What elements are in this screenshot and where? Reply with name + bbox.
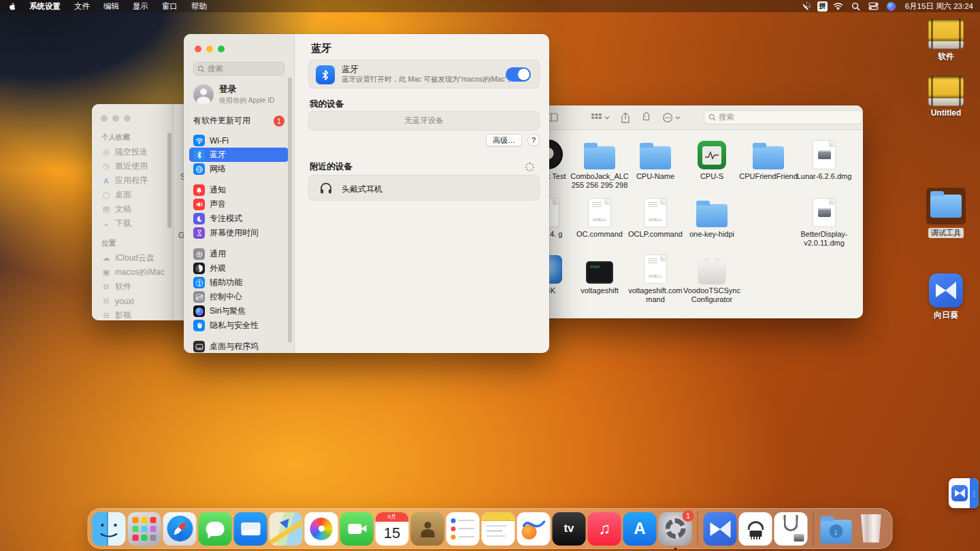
nav-sound[interactable]: 声音	[189, 197, 289, 212]
file-oc-command[interactable]: SHELL OC.command	[570, 196, 629, 239]
wifi-menu-icon[interactable]	[832, 1, 845, 12]
sidebar-item-drive-youxi[interactable]: ⊟youxi	[92, 294, 173, 308]
dock-diagnostics-app[interactable]	[774, 512, 808, 546]
minimize-button-inactive[interactable]	[112, 115, 119, 122]
file-one-key-hidpi-folder[interactable]: one-key-hidpi	[683, 196, 741, 239]
nav-accessibility[interactable]: 辅助功能	[189, 276, 289, 290]
close-button[interactable]	[195, 46, 201, 52]
file-voltageshift-command[interactable]: SHELL voltageshift.command	[626, 252, 685, 304]
sidebar-item-drive-media[interactable]: ⊟影视	[92, 308, 173, 320]
dock-launchpad[interactable]	[128, 512, 161, 546]
file-cpu-name-folder[interactable]: CPU-Name	[626, 138, 685, 181]
dock-hackintool[interactable]	[739, 512, 772, 546]
nav-network[interactable]: 网络	[189, 162, 289, 176]
dock-contacts[interactable]	[411, 512, 444, 546]
zoom-button[interactable]	[218, 46, 225, 52]
tag-button[interactable]	[641, 112, 651, 122]
sidebar-scrollbar[interactable]	[167, 133, 172, 228]
nav-focus[interactable]: 专注模式	[189, 212, 289, 226]
desktop-icon-software-drive[interactable]: 软件	[920, 19, 972, 63]
spotlight-icon[interactable]	[849, 1, 863, 12]
bluetooth-toggle[interactable]	[506, 67, 531, 82]
dock-maps[interactable]	[270, 512, 303, 546]
sidebar-item-drive-software[interactable]: ⊟软件	[92, 280, 173, 294]
active-app-menu[interactable]: 系统设置	[22, 1, 67, 12]
nav-general[interactable]: 通用	[189, 247, 289, 261]
sidebar-item-downloads[interactable]: ◒下载	[92, 216, 173, 231]
desktop-icon-sunlogin-app[interactable]: 向日葵	[920, 273, 972, 321]
dock-reminders[interactable]	[446, 512, 480, 546]
control-center-icon[interactable]	[867, 1, 881, 12]
file-voodootscsync[interactable]: VoodooTSCSync Configurator	[683, 252, 741, 304]
sidebar-item-recents[interactable]: ◷最近使用	[92, 159, 173, 173]
sidebar-item-airdrop[interactable]: ◎隔空投送	[92, 145, 173, 159]
sidebar-item-applications[interactable]: A应用程序	[92, 173, 173, 188]
dock-photos[interactable]	[305, 512, 338, 546]
software-update-row[interactable]: 有软件更新可用 1	[193, 115, 284, 127]
menu-edit[interactable]: 编辑	[97, 1, 126, 12]
nav-bluetooth[interactable]: 蓝牙	[189, 148, 289, 162]
dock-mail[interactable]	[234, 512, 267, 546]
system-settings-window[interactable]: 搜索 登录 使用你的 Apple ID 有软件更新可用 1 Wi-Fi 蓝牙	[184, 34, 549, 353]
dock-notes[interactable]	[482, 512, 515, 546]
nav-privacy[interactable]: 隐私与安全性	[189, 318, 289, 333]
file-voltageshift[interactable]: exec voltageshift	[570, 252, 629, 295]
help-button[interactable]: ?	[527, 134, 540, 146]
nav-wifi[interactable]: Wi-Fi	[189, 133, 289, 148]
file-cpu-s-app[interactable]: CPU-S	[683, 138, 741, 181]
file-combojack-folder[interactable]: ComboJack_ALC 255 256 295 298	[570, 138, 629, 190]
settings-sidebar-scrollbar[interactable]	[288, 78, 292, 343]
input-method-indicator[interactable]: 拼	[817, 1, 828, 12]
file-lunar-dmg[interactable]: Lunar-6.2.6.dmg	[795, 138, 853, 181]
close-button-inactive[interactable]	[101, 115, 108, 122]
dock-facetime[interactable]	[340, 512, 374, 546]
zoom-button-inactive[interactable]	[124, 115, 131, 122]
menubar-clock[interactable]: 6月15日 周六 23:24	[902, 1, 973, 12]
dock-calendar[interactable]: 6月 15	[376, 512, 409, 546]
more-actions-button[interactable]	[662, 112, 681, 123]
menu-view[interactable]: 显示	[126, 1, 155, 12]
menu-help[interactable]: 帮助	[184, 1, 214, 12]
dock-safari[interactable]	[163, 512, 197, 546]
sidebar-item-desktop[interactable]: ▢桌面	[92, 188, 173, 202]
menu-file[interactable]: 文件	[67, 1, 97, 12]
sidebar-item-imac[interactable]: ▣macos的iMac	[92, 265, 173, 280]
sunlogin-widget-icon[interactable]	[949, 478, 970, 508]
dock-appstore[interactable]: A	[623, 512, 657, 546]
minimize-button[interactable]	[206, 46, 213, 52]
dock-downloads-folder[interactable]: ↓	[819, 512, 853, 546]
dock-freeform[interactable]	[517, 512, 551, 546]
dock-sunlogin[interactable]	[704, 512, 737, 546]
dock-music[interactable]: ♫	[588, 512, 621, 546]
dock-trash[interactable]	[855, 512, 888, 546]
dock-messages[interactable]	[199, 512, 232, 546]
advanced-button[interactable]: 高级…	[486, 134, 522, 146]
finder-search-input[interactable]: 搜索	[704, 110, 863, 124]
menu-window[interactable]: 窗口	[155, 1, 184, 12]
siri-menu-icon[interactable]	[885, 1, 898, 12]
file-oclp-command[interactable]: SHELL OCLP.command	[626, 196, 685, 239]
nav-notifications[interactable]: 通知	[189, 183, 289, 197]
desktop-icon-debug-tools-folder[interactable]: 调试工具	[920, 188, 972, 238]
nav-siri[interactable]: Siri与聚焦	[189, 304, 289, 318]
dock-finder[interactable]	[93, 512, 126, 546]
nav-screentime[interactable]: 屏幕使用时间	[189, 226, 289, 240]
sunlogin-widget-menu[interactable]: ⋮	[970, 478, 979, 508]
share-button[interactable]	[621, 112, 630, 123]
nav-control-center[interactable]: 控制中心	[189, 290, 289, 304]
file-cpufriendfriend-folder[interactable]: CPUFriendFriend	[739, 138, 798, 181]
sunlogin-tray-icon[interactable]	[800, 1, 813, 12]
file-betterdisplay-dmg[interactable]: BetterDisplay-v2.0.11.dmg	[795, 196, 853, 248]
dock-appletv[interactable]: tv	[553, 512, 586, 546]
desktop-icon-untitled-drive[interactable]: Untitled	[920, 76, 972, 118]
apple-menu[interactable]	[0, 1, 22, 11]
settings-search-input[interactable]: 搜索	[193, 62, 284, 76]
view-options-button[interactable]	[591, 113, 610, 122]
dock-system-settings[interactable]: 1	[659, 512, 692, 546]
nav-appearance[interactable]: 外观	[189, 261, 289, 276]
nav-desktop-dock[interactable]: 桌面与程序坞	[189, 339, 289, 353]
sunlogin-floating-widget[interactable]: ⋮	[949, 478, 979, 508]
sidebar-item-icloud[interactable]: ☁iCloud云盘	[92, 251, 173, 265]
nearby-device-row[interactable]: 头戴式耳机	[308, 175, 540, 201]
sidebar-item-documents[interactable]: ▤文稿	[92, 202, 173, 216]
